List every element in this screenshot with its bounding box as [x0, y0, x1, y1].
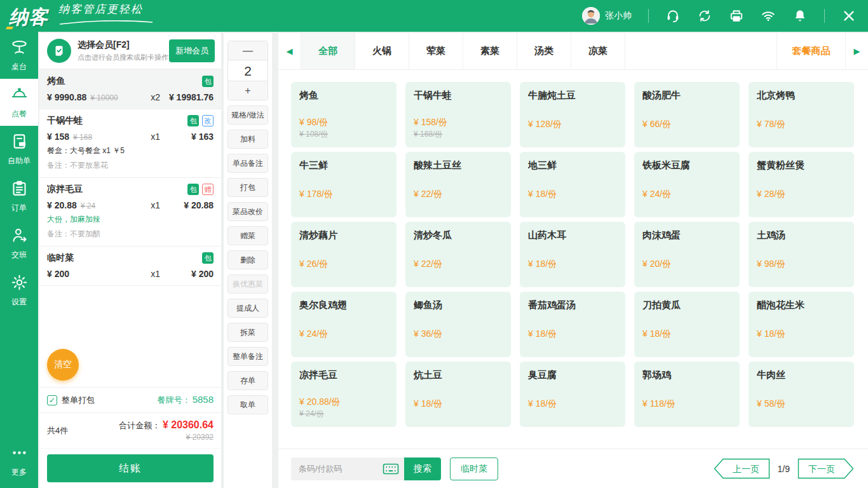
menu-item-name: 清炒冬瓜	[414, 229, 503, 243]
prev-page-button[interactable]: 上一页	[714, 458, 770, 479]
action-button-取单[interactable]: 取单	[227, 395, 268, 414]
sidebar-item-more[interactable]: 更多	[0, 437, 38, 484]
bell-icon[interactable]	[792, 8, 808, 24]
sync-icon[interactable]	[697, 8, 712, 24]
self-order-icon	[11, 133, 28, 152]
menu-item-name: 牛肉丝	[757, 369, 846, 383]
menu-item-card[interactable]: 清炒冬瓜 ¥ 22/份	[405, 222, 511, 287]
menu-item-card[interactable]: 干锅牛蛙 ¥ 158/份 ¥ 168/份	[405, 82, 511, 147]
category-tab-素菜[interactable]: 素菜	[463, 33, 517, 69]
menu-item-card[interactable]: 土鸡汤 ¥ 98/份	[749, 222, 854, 287]
item-badge: 包	[187, 115, 199, 126]
category-tab-汤类[interactable]: 汤类	[517, 33, 571, 69]
menu-item-price: ¥ 18/份	[414, 398, 503, 410]
tab-combo-products[interactable]: 套餐商品	[776, 33, 845, 69]
support-icon[interactable]	[665, 8, 681, 24]
keyboard-icon[interactable]	[383, 463, 399, 475]
menu-item-card[interactable]: 番茄鸡蛋汤 ¥ 18/份	[520, 292, 625, 357]
sidebar-item-点餐[interactable]: 点餐	[0, 79, 38, 126]
menu-item-card[interactable]: 奥尔良鸡翅 ¥ 24/份	[291, 292, 397, 357]
checkout-button[interactable]: 结账	[47, 454, 214, 482]
dish-cloche-icon	[11, 86, 28, 105]
action-button-单品备注[interactable]: 单品备注	[227, 154, 268, 173]
clear-order-button[interactable]: 清空	[47, 349, 79, 381]
menu-item-card[interactable]: 凉拌毛豆 ¥ 20.88/份 ¥ 24/份	[291, 362, 397, 427]
item-action-column: — 2 + 规格/做法加料单品备注打包菜品改价赠菜删除换优惠菜提成人拆菜整单备注…	[224, 33, 272, 488]
sidebar-item-桌台[interactable]: 桌台	[0, 32, 38, 79]
sidebar-item-交班[interactable]: 交班	[0, 220, 38, 267]
sidebar-item-订单[interactable]: 订单	[0, 173, 38, 220]
menu-item-card[interactable]: 酸辣土豆丝 ¥ 22/份	[405, 152, 511, 217]
menu-item-card[interactable]: 刀拍黄瓜 ¥ 18/份	[634, 292, 740, 357]
add-member-button[interactable]: 新增会员	[169, 39, 215, 62]
qty-plus-button[interactable]: +	[228, 81, 268, 100]
pack-whole-order-checkbox[interactable]: ✓	[47, 395, 57, 405]
category-tab-全部[interactable]: 全部	[301, 33, 355, 69]
action-button-规格/做法[interactable]: 规格/做法	[227, 105, 268, 125]
action-button-菜品改价[interactable]: 菜品改价	[227, 202, 268, 221]
menu-item-card[interactable]: 炕土豆 ¥ 18/份	[405, 362, 511, 427]
menu-item-card[interactable]: 铁板米豆腐 ¥ 24/份	[634, 152, 740, 217]
action-button-加料[interactable]: 加料	[227, 130, 268, 149]
order-item[interactable]: 凉拌毛豆 包赠 ¥ 20.88 ¥ 24 x1 ¥ 20.88 大份，加麻加辣备…	[39, 178, 221, 247]
menu-item-card[interactable]: 醋泡花生米 ¥ 18/份	[749, 292, 854, 357]
menu-item-card[interactable]: 臭豆腐 ¥ 18/份	[520, 362, 625, 427]
next-page-button[interactable]: 下一页	[797, 458, 854, 479]
search-button[interactable]: 搜索	[404, 458, 441, 480]
menu-item-card[interactable]: 山药木耳 ¥ 18/份	[520, 222, 625, 287]
action-button-赠菜[interactable]: 赠菜	[227, 226, 268, 245]
menu-item-card[interactable]: 北京烤鸭 ¥ 78/份	[749, 82, 854, 147]
temp-dish-button[interactable]: 临时菜	[450, 458, 498, 480]
menu-item-card[interactable]: 牛肉丝 ¥ 58/份	[749, 362, 854, 427]
menu-item-card[interactable]: 牛腩炖土豆 ¥ 128/份	[520, 82, 625, 147]
menu-item-price: ¥ 118/份	[642, 398, 731, 410]
qty-minus-button[interactable]: —	[228, 41, 268, 60]
menu-item-card[interactable]: 烤鱼 ¥ 98/份 ¥ 108/份	[291, 82, 397, 147]
order-item[interactable]: 干锅牛蛙 包改 ¥ 158 ¥ 168 x1 ¥ 163 餐盒：大号餐盒 x1 …	[39, 109, 221, 178]
action-button-提成人[interactable]: 提成人	[227, 299, 268, 318]
wifi-icon[interactable]	[761, 8, 776, 24]
menu-item-orig-price: ¥ 108/份	[299, 129, 388, 140]
menu-item-price: ¥ 66/份	[642, 119, 731, 130]
order-item[interactable]: 临时菜 包 ¥ 200 x1 ¥ 200	[39, 247, 221, 286]
order-item-price: ¥ 20.88	[47, 200, 77, 210]
printer-icon[interactable]	[729, 8, 744, 24]
menu-panel: ◀ 全部火锅荤菜素菜汤类凉菜 套餐商品 ▶ 烤鱼 ¥ 98/份 ¥ 108/份 …	[278, 33, 868, 488]
category-scroll-right-icon[interactable]: ▶	[845, 33, 868, 69]
category-tab-火锅[interactable]: 火锅	[355, 33, 409, 69]
table-icon	[11, 39, 28, 58]
order-item-box-line: 餐盒：大号餐盒 x1 ￥5	[47, 146, 214, 156]
menu-item-card[interactable]: 清炒藕片 ¥ 26/份	[291, 222, 397, 287]
order-item-total: ¥ 19981.76	[160, 92, 214, 102]
menu-item-name: 凉拌毛豆	[299, 369, 388, 381]
action-button-打包[interactable]: 打包	[227, 178, 268, 197]
action-button-拆菜[interactable]: 拆菜	[227, 323, 268, 342]
category-scroll-left-icon[interactable]: ◀	[278, 33, 301, 69]
close-icon[interactable]	[841, 8, 857, 24]
member-select-bar[interactable]: 选择会员[F2] 点击进行会员搜索或刷卡操作 新增会员	[39, 33, 221, 70]
barcode-input[interactable]	[299, 464, 383, 473]
menu-item-card[interactable]: 鲫鱼汤 ¥ 36/份	[405, 292, 511, 357]
category-tab-荤菜[interactable]: 荤菜	[409, 33, 463, 69]
category-tab-凉菜[interactable]: 凉菜	[571, 33, 625, 69]
user-account[interactable]: 张小帅	[582, 7, 632, 25]
order-item-badges: 包改	[187, 115, 214, 126]
action-button-整单备注[interactable]: 整单备注	[227, 347, 268, 366]
menu-item-card[interactable]: 酸汤肥牛 ¥ 66/份	[634, 82, 740, 147]
action-button-存单[interactable]: 存单	[227, 371, 268, 390]
totals-row: 共4件 合计金额： ¥ 20360.64 ¥ 20392	[39, 412, 221, 448]
pack-row: ✓ 整单打包 餐牌号：5858	[39, 387, 221, 412]
menu-item-card[interactable]: 肉沫鸡蛋 ¥ 20/份	[634, 222, 740, 287]
menu-item-card[interactable]: 牛三鲜 ¥ 178/份	[291, 152, 397, 217]
member-card-icon	[47, 39, 71, 63]
sidebar-item-自助单[interactable]: 自助单	[0, 126, 38, 173]
order-item[interactable]: 烤鱼 包 ¥ 9990.88 ¥ 10000 x2 ¥ 19981.76	[39, 70, 221, 109]
avatar	[582, 7, 600, 25]
menu-item-card[interactable]: 郭场鸡 ¥ 118/份	[634, 362, 740, 427]
menu-item-card[interactable]: 地三鲜 ¥ 18/份	[520, 152, 625, 217]
action-button-删除[interactable]: 删除	[227, 250, 268, 269]
menu-item-card[interactable]: 蟹黄粉丝煲 ¥ 28/份	[749, 152, 854, 217]
order-item-badges: 包	[202, 252, 214, 264]
order-item-total: ¥ 200	[160, 269, 214, 279]
sidebar-item-设置[interactable]: 设置	[0, 267, 38, 314]
